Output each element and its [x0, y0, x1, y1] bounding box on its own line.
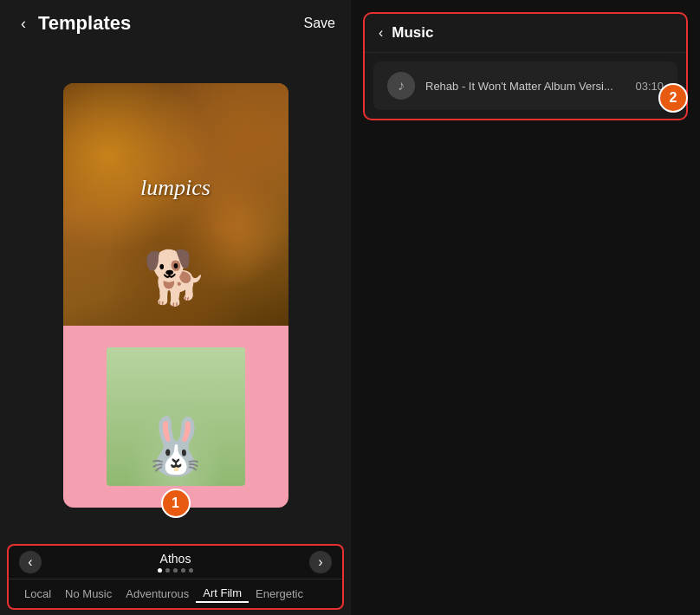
tab-adventurous[interactable]: Adventurous — [119, 585, 196, 603]
music-title: Music — [392, 24, 433, 42]
tab-art-film[interactable]: Art Film — [196, 585, 249, 603]
tab-energetic[interactable]: Energetic — [249, 585, 310, 603]
page-title: Templates — [38, 12, 131, 35]
tab-local[interactable]: Local — [17, 585, 58, 603]
canvas-area: lumpics — [0, 47, 351, 544]
music-header: ‹ Music — [365, 14, 686, 53]
top-photo: lumpics — [63, 83, 288, 326]
prev-template-button[interactable]: ‹ — [19, 551, 42, 573]
track-name: Rehab - It Won't Matter Album Versi... — [425, 80, 625, 93]
dot-4 — [181, 568, 185, 573]
bottom-photo-area — [63, 326, 288, 508]
music-note-icon: ♪ — [387, 72, 415, 100]
dots-row — [158, 568, 193, 573]
badge-2: 2 — [658, 83, 688, 113]
watermark-text: lumpics — [140, 175, 211, 201]
badge-1: 1 — [161, 489, 191, 518]
music-track-row[interactable]: ♪ Rehab - It Won't Matter Album Versi...… — [373, 62, 677, 110]
dot-2 — [165, 568, 170, 573]
music-tabs-row: Local No Music Adventurous Art Film Ener… — [9, 579, 342, 608]
tab-no-music[interactable]: No Music — [58, 585, 119, 603]
bottom-bar: ‹ Athos › Local No Music Adventurous Art… — [7, 544, 344, 610]
template-name: Athos — [158, 552, 193, 566]
music-panel: ‹ Music ♪ Rehab - It Won't Matter Album … — [363, 12, 688, 120]
save-button[interactable]: Save — [304, 16, 335, 31]
left-header: ‹ Templates Save — [0, 0, 351, 47]
dot-5 — [189, 568, 193, 573]
dot-1 — [158, 568, 162, 573]
back-button[interactable]: ‹ — [16, 13, 31, 35]
right-panel: ‹ Music ♪ Rehab - It Won't Matter Album … — [351, 0, 700, 615]
canvas-card: lumpics — [63, 83, 288, 508]
next-template-button[interactable]: › — [309, 551, 332, 573]
bunny-photo — [107, 347, 245, 486]
dot-3 — [173, 568, 178, 573]
music-back-button[interactable]: ‹ — [379, 25, 383, 41]
template-nav: ‹ Athos › — [9, 546, 342, 579]
left-panel: ‹ Templates Save lumpics ‹ Athos — [0, 0, 351, 615]
